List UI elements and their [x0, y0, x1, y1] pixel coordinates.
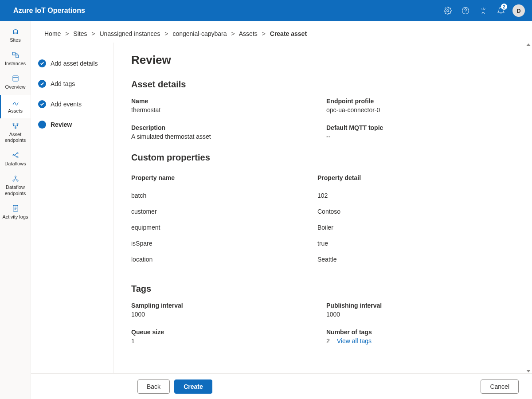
column-header: Property detail [317, 174, 514, 181]
help-icon[interactable] [457, 0, 474, 21]
page-title: Review [131, 53, 514, 67]
breadcrumb-sep: > [91, 30, 95, 37]
svg-rect-5 [13, 76, 18, 81]
svg-point-0 [447, 10, 449, 12]
sidebar-item-dataflows[interactable]: Dataflows [0, 148, 31, 171]
field-label: Publishing interval [326, 302, 514, 309]
breadcrumb: Home > Sites > Unassigned instances > co… [31, 21, 532, 43]
sites-icon [12, 27, 20, 35]
step-add-asset-details[interactable]: Add asset details [38, 53, 106, 74]
table-row: location Seattle [131, 251, 514, 267]
sidebar-item-label: Asset endpoints [1, 132, 30, 143]
sidebar-item-label: Dataflows [4, 161, 26, 167]
field-value: opc-ua-connector-0 [326, 106, 514, 113]
breadcrumb-sep: > [65, 30, 69, 37]
step-label: Add tags [51, 80, 75, 87]
svg-point-7 [17, 123, 18, 125]
field-value: thermostat [131, 106, 317, 113]
cell-name: batch [131, 192, 317, 199]
instances-icon [12, 51, 20, 59]
field-sampling-interval: Sampling interval 1000 [131, 302, 317, 318]
table-row: equipment Boiler [131, 219, 514, 235]
wizard-footer: Back Create Cancel [31, 373, 532, 399]
sidebar-item-asset-endpoints[interactable]: Asset endpoints [0, 118, 31, 148]
breadcrumb-link[interactable]: Assets [239, 30, 258, 37]
step-add-tags[interactable]: Add tags [38, 74, 106, 94]
field-label: Sampling interval [131, 302, 317, 309]
svg-point-11 [17, 156, 18, 158]
field-value: 1000 [131, 311, 317, 318]
field-endpoint: Endpoint profile opc-ua-connector-0 [326, 98, 514, 113]
breadcrumb-link[interactable]: Unassigned instances [99, 30, 160, 37]
breadcrumb-link[interactable]: congenial-capybara [172, 30, 227, 37]
top-header: Azure IoT Operations 2 D [0, 0, 532, 21]
breadcrumb-sep: > [231, 30, 235, 37]
table-row: customer Contoso [131, 203, 514, 219]
current-step-icon [38, 121, 46, 129]
field-mqtt: Default MQTT topic -- [326, 124, 514, 140]
cell-detail: Boiler [317, 224, 514, 231]
field-value: 1 [131, 337, 317, 344]
divider [131, 280, 514, 280]
field-value: -- [326, 133, 514, 140]
settings-icon[interactable] [439, 0, 457, 21]
column-header: Property name [131, 174, 317, 181]
activity-logs-icon [12, 204, 20, 212]
dataflow-endpoints-icon [12, 175, 20, 183]
breadcrumb-link[interactable]: Sites [73, 30, 87, 37]
sidebar-item-label: Overview [5, 84, 26, 90]
svg-rect-3 [12, 52, 15, 55]
table-row: isSpare true [131, 235, 514, 251]
svg-point-8 [15, 127, 16, 129]
create-button[interactable]: Create [174, 379, 212, 394]
custom-properties-table: Property name Property detail batch 102 … [131, 171, 514, 267]
cell-name: equipment [131, 224, 317, 231]
cell-detail: 102 [317, 192, 514, 199]
app-title: Azure IoT Operations [13, 7, 85, 15]
field-name: Name thermostat [131, 98, 317, 113]
field-label: Default MQTT topic [326, 124, 514, 131]
cell-detail: true [317, 240, 514, 247]
back-button[interactable]: Back [137, 379, 170, 394]
tags-count: 2 [326, 337, 330, 344]
sidebar-item-label: Dataflow endpoints [1, 184, 30, 196]
sidebar-item-sites[interactable]: Sites [0, 24, 31, 47]
sidebar-item-label: Assets [8, 108, 23, 114]
notification-badge: 2 [501, 4, 507, 10]
step-add-events[interactable]: Add events [38, 94, 106, 114]
form-scroll-region[interactable]: Review Asset details Name thermostat End… [113, 43, 532, 373]
sidebar-item-dataflow-endpoints[interactable]: Dataflow endpoints [0, 171, 31, 200]
avatar[interactable]: D [512, 4, 525, 17]
cell-detail: Seattle [317, 256, 514, 263]
cell-name: isSpare [131, 240, 317, 247]
check-icon [38, 59, 46, 67]
svg-point-10 [17, 153, 18, 154]
field-value: 2 View all tags [326, 337, 514, 344]
breadcrumb-sep: > [262, 30, 266, 37]
svg-rect-4 [16, 55, 18, 58]
sidebar: Sites Instances Overview Assets Asset en… [0, 21, 31, 399]
cell-name: location [131, 256, 317, 263]
field-label: Name [131, 98, 317, 105]
cell-detail: Contoso [317, 208, 514, 215]
field-value: 1000 [326, 311, 514, 318]
notifications-icon[interactable]: 2 [492, 0, 510, 21]
sidebar-item-overview[interactable]: Overview [0, 71, 31, 94]
field-publishing-interval: Publishing interval 1000 [326, 302, 514, 318]
cancel-button[interactable]: Cancel [481, 379, 519, 394]
sidebar-item-instances[interactable]: Instances [0, 47, 31, 71]
breadcrumb-link[interactable]: Home [44, 30, 61, 37]
svg-point-6 [13, 123, 14, 125]
breadcrumb-sep: > [164, 30, 168, 37]
check-icon [38, 100, 46, 108]
svg-point-12 [15, 176, 16, 177]
wizard-steps: Add asset details Add tags Add events Re… [31, 43, 113, 373]
view-all-tags-link[interactable]: View all tags [337, 337, 372, 344]
sidebar-item-activity-logs[interactable]: Activity logs [0, 201, 31, 224]
sidebar-item-assets[interactable]: Assets [0, 95, 31, 118]
step-review[interactable]: Review [38, 114, 106, 135]
field-description: Description A simulated thermostat asset [131, 124, 317, 140]
diagnostics-icon[interactable] [474, 0, 492, 21]
assets-icon [12, 98, 20, 106]
sidebar-item-label: Instances [5, 61, 26, 66]
